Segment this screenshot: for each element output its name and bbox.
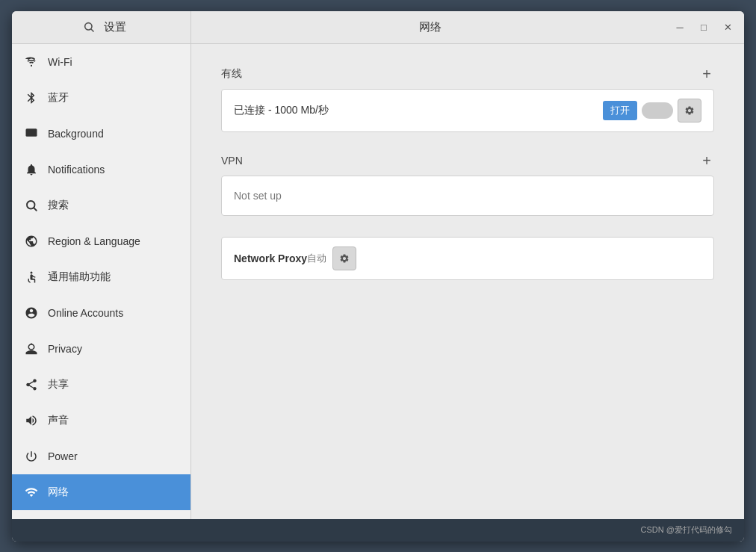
window-title: 网络	[191, 20, 669, 34]
search-button[interactable]	[77, 15, 101, 39]
watermark-text: CSDN @爱打代码的修勾	[641, 524, 732, 536]
power-icon	[24, 449, 39, 464]
minimize-button[interactable]: ─	[669, 16, 690, 37]
svg-point-5	[31, 271, 33, 273]
sidebar-item-notifications[interactable]: Notifications	[12, 152, 190, 187]
sidebar-item-privacy[interactable]: Privacy	[12, 331, 190, 367]
sidebar-item-search-label: 搜索	[48, 199, 69, 212]
settings-window: 设置 网络 ─ □ ✕ Wi-Fi 蓝牙	[12, 11, 744, 542]
titlebar: 设置 网络 ─ □ ✕	[12, 11, 744, 44]
vpn-section-title: VPN	[221, 155, 243, 167]
svg-line-1	[91, 29, 93, 31]
proxy-row: Network Proxy 自动	[222, 238, 713, 279]
sidebar-item-sound-label: 声音	[48, 414, 69, 427]
proxy-card: Network Proxy 自动	[221, 237, 714, 280]
region-icon	[24, 234, 39, 249]
bluetooth-icon	[24, 90, 39, 105]
wired-card: 已连接 - 1000 Mb/秒 打开	[221, 89, 714, 132]
titlebar-search-area: 设置	[12, 11, 191, 44]
sidebar-item-bluetooth[interactable]: 蓝牙	[12, 80, 190, 116]
proxy-mode-label: 自动	[307, 252, 326, 265]
wired-toggle-button[interactable]: 打开	[603, 101, 637, 120]
wired-connection-row: 已连接 - 1000 Mb/秒 打开	[222, 90, 713, 131]
sidebar-item-online-accounts[interactable]: Online Accounts	[12, 295, 190, 331]
sidebar-item-network[interactable]: 网络	[12, 474, 190, 510]
wired-connection-label: 已连接 - 1000 Mb/秒	[234, 104, 603, 117]
sidebar-item-share[interactable]: 共享	[12, 367, 190, 403]
sidebar-item-power[interactable]: Power	[12, 438, 190, 474]
share-icon	[24, 377, 39, 392]
network-icon	[24, 485, 39, 500]
wired-settings-button[interactable]	[678, 99, 701, 123]
notifications-icon	[24, 162, 39, 177]
close-button[interactable]: ✕	[717, 16, 738, 37]
vpn-not-setup-row: Not set up	[222, 176, 713, 215]
svg-line-4	[34, 208, 36, 210]
bottom-bar: CSDN @爱打代码的修勾	[12, 519, 744, 542]
background-icon	[24, 126, 39, 141]
wired-add-button[interactable]: +	[699, 66, 714, 81]
proxy-title: Network Proxy	[234, 252, 307, 264]
search-icon	[24, 198, 39, 213]
vpn-add-button[interactable]: +	[699, 153, 714, 168]
wired-toggle-group: 打开	[603, 99, 701, 123]
sidebar-item-wifi[interactable]: Wi-Fi	[12, 44, 190, 80]
online-accounts-icon	[24, 306, 39, 320]
accessibility-icon	[24, 270, 39, 285]
wired-section-header: 有线 +	[221, 66, 714, 81]
sidebar-item-sound[interactable]: 声音	[12, 403, 190, 438]
vpn-card: Not set up	[221, 176, 714, 216]
vpn-not-setup-label: Not set up	[234, 190, 701, 202]
vpn-section-header: VPN +	[221, 153, 714, 168]
vpn-section: VPN + Not set up	[221, 153, 714, 216]
maximize-button[interactable]: □	[693, 16, 714, 37]
main-panel: 有线 + 已连接 - 1000 Mb/秒 打开	[191, 44, 744, 519]
content-area: Wi-Fi 蓝牙 Background Notifi	[12, 44, 744, 519]
wired-section: 有线 + 已连接 - 1000 Mb/秒 打开	[221, 66, 714, 132]
wired-section-title: 有线	[221, 67, 242, 81]
sidebar-item-region[interactable]: Region & Language	[12, 223, 190, 259]
sidebar-item-accessibility[interactable]: 通用辅助功能	[12, 259, 190, 295]
sidebar-item-privacy-label: Privacy	[48, 343, 82, 355]
window-controls: ─ □ ✕	[669, 16, 744, 37]
sidebar-item-wifi-label: Wi-Fi	[48, 56, 72, 68]
sidebar-item-share-label: 共享	[48, 378, 69, 391]
privacy-icon	[24, 341, 39, 356]
proxy-settings-button[interactable]	[332, 246, 356, 270]
sidebar-item-network-label: 网络	[48, 486, 69, 499]
wifi-icon	[24, 55, 39, 69]
sidebar-item-power-label: Power	[48, 450, 78, 462]
sidebar-item-search[interactable]: 搜索	[12, 187, 190, 223]
proxy-section: Network Proxy 自动	[221, 237, 714, 280]
sidebar-item-notifications-label: Notifications	[48, 164, 105, 176]
svg-rect-2	[26, 128, 37, 137]
sidebar-header-title: 设置	[104, 20, 126, 34]
sidebar-item-background[interactable]: Background	[12, 116, 190, 152]
sidebar-item-accessibility-label: 通用辅助功能	[48, 270, 111, 284]
sidebar-item-online-accounts-label: Online Accounts	[48, 307, 123, 319]
sound-icon	[24, 413, 39, 428]
sidebar-item-region-label: Region & Language	[48, 235, 140, 247]
sidebar-item-background-label: Background	[48, 128, 104, 140]
wired-toggle-track[interactable]	[642, 102, 673, 119]
sidebar-item-bluetooth-label: 蓝牙	[48, 91, 69, 105]
sidebar: Wi-Fi 蓝牙 Background Notifi	[12, 44, 191, 519]
